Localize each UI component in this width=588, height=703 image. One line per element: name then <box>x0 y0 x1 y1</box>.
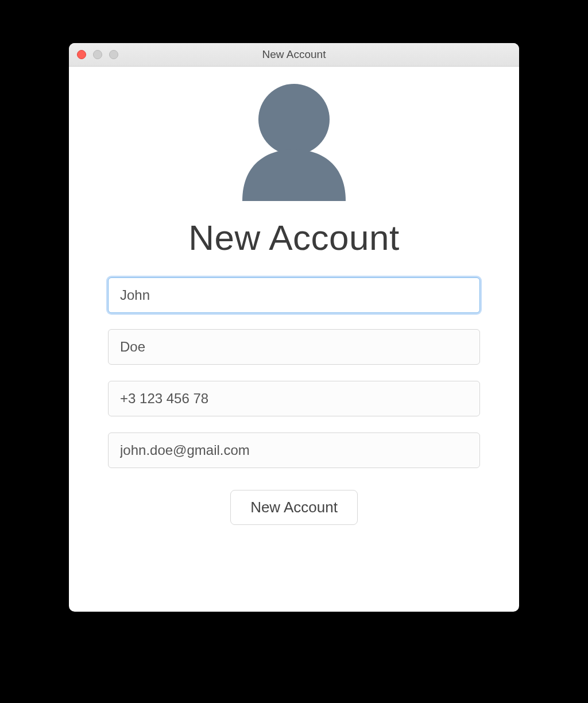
window-controls <box>69 50 118 59</box>
minimize-icon[interactable] <box>93 50 102 59</box>
titlebar: New Account <box>69 43 519 67</box>
window-title: New Account <box>69 48 519 61</box>
app-window: New Account New Account New Account <box>69 43 519 612</box>
svg-point-0 <box>258 84 330 155</box>
form-heading: New Account <box>188 217 399 258</box>
new-account-button[interactable]: New Account <box>230 490 358 525</box>
close-icon[interactable] <box>77 50 86 59</box>
form-container: New Account New Account <box>69 67 519 612</box>
avatar-placeholder-icon <box>225 80 363 201</box>
email-field[interactable] <box>108 432 480 468</box>
phone-field[interactable] <box>108 381 480 416</box>
first-name-field[interactable] <box>108 277 480 313</box>
zoom-icon[interactable] <box>109 50 118 59</box>
last-name-field[interactable] <box>108 329 480 365</box>
